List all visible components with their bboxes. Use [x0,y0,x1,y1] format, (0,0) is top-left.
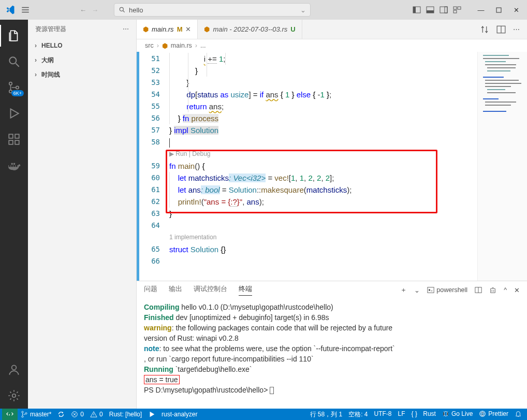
nav-back-icon[interactable]: ← [80,6,86,14]
sidebar-section-outline[interactable]: ›大纲 [28,53,136,67]
sidebar-section-hello[interactable]: ›HELLO [28,38,136,53]
status-warnings[interactable]: 0 [87,409,106,420]
activity-accounts-icon[interactable] [0,357,28,383]
terminal-shell-label[interactable]: powershell [427,286,467,294]
activity-search-icon[interactable] [0,49,28,75]
terminal-maximize-icon[interactable]: ^ [504,286,507,294]
svg-point-43 [22,416,23,417]
sidebar-title: 资源管理器 ⋯ [28,20,136,38]
search-icon [119,6,126,13]
terminal-close-icon[interactable]: ✕ [514,286,520,294]
terminal-split-icon[interactable] [475,286,482,294]
chevron-down-icon[interactable]: ⌄ [300,6,306,14]
status-bar: master* 0 0 Rust: [hello] rust-analyzer … [0,409,527,420]
svg-rect-23 [483,55,509,56]
code-editor[interactable]: 515253 545556 5758 . 596061 626364 . 656… [137,52,527,281]
terminal-body[interactable]: Compiling hello v0.1.0 (D:\mysetup\gopat… [137,299,527,409]
nav-arrows: ← → [80,6,98,14]
panel-tab-terminal[interactable]: 终端 [239,285,252,296]
highlight-ans-true: ans = true [144,375,180,384]
panel-tab-debug-console[interactable]: 调试控制台 [194,285,227,295]
svg-rect-24 [483,58,519,59]
terminal-new-icon[interactable]: ＋ [400,286,407,295]
activity-run-debug-icon[interactable] [0,100,28,126]
status-eol[interactable]: LF [395,410,408,417]
split-editor-icon[interactable] [496,25,506,34]
nav-forward-icon[interactable]: → [92,6,98,14]
status-notifications-icon[interactable] [511,410,525,417]
svg-rect-2 [413,7,416,13]
status-go-live[interactable]: Go Live [439,410,476,417]
vscode-logo-icon [3,3,18,17]
svg-rect-15 [9,134,13,138]
svg-rect-37 [485,105,511,106]
minimize-button[interactable]: — [473,2,489,18]
status-errors[interactable]: 0 [68,409,87,420]
status-encoding[interactable]: UTF-8 [371,410,395,417]
svg-point-11 [9,57,16,64]
svg-point-42 [22,411,23,413]
status-remote-icon[interactable] [2,409,18,420]
panel-tab-output[interactable]: 输出 [169,285,182,295]
svg-rect-18 [15,134,19,138]
activity-extensions-icon[interactable] [0,126,28,152]
status-rust-project[interactable]: Rust: [hello] [106,409,145,420]
status-cursor-position[interactable]: 行 58，列 1 [307,410,346,419]
terminal-dropdown-icon[interactable]: ⌄ [414,286,420,294]
svg-rect-29 [483,77,504,78]
titlebar: ← → hello ⌄ — ✕ [0,0,527,20]
svg-point-12 [9,82,12,85]
status

-analyzer[interactable]: rust-analyzer [158,409,200,420]
tab-actions: ⋯ [480,20,527,39]
status-run-icon[interactable] [145,409,158,420]
svg-point-14 [16,86,19,89]
layout-sidebar-right-icon[interactable] [438,4,449,16]
status-language[interactable]: { } Rust [408,410,439,417]
window-controls: — ✕ [473,2,524,18]
terminal-kill-icon[interactable] [489,286,496,294]
code-area[interactable]: i += 1; } } dp[status as usize] = if ans… [169,52,477,281]
panel-tab-problems[interactable]: 问题 [144,285,157,295]
minimap[interactable] [477,52,527,281]
activity-source-control-icon[interactable]: 6K+ [0,75,28,100]
layout-sidebar-left-icon[interactable] [411,4,422,16]
svg-rect-5 [440,7,447,13]
svg-rect-4 [427,10,434,13]
line-gutter: 515253 545556 5758 . 596061 626364 . 656… [137,52,169,281]
codelens-run-debug[interactable]: ▶ Run | Debug [169,150,211,157]
window-close-button[interactable]: ✕ [508,2,524,18]
tab-close-icon[interactable]: ✕ [185,25,191,33]
svg-rect-6 [445,7,447,13]
sidebar-more-icon[interactable]: ⋯ [123,25,129,33]
status-branch[interactable]: master* [18,409,54,420]
panel-tabs: 问题 输出 调试控制台 终端 ＋ ⌄ powershell ^ ✕ [137,281,527,299]
svg-rect-36 [485,102,516,103]
tab-more-icon[interactable]: ⋯ [513,25,520,33]
svg-rect-9 [453,10,457,13]
maximize-button[interactable] [491,2,506,18]
layout-panel-icon[interactable] [424,4,436,16]
tab-main-rs[interactable]: ⬢ main.rs M ✕ [137,20,198,39]
editor-tabs: ⬢ main.rs M ✕ ⬢ main - 2022-07-03--03.rs… [137,20,527,39]
status-sync-icon[interactable] [54,409,68,420]
status-prettier[interactable]: Prettier [476,410,511,417]
svg-rect-38 [483,111,506,112]
rust-file-icon: ⬢ [143,25,149,33]
sidebar-section-timeline[interactable]: ›时间线 [28,67,136,82]
activity-settings-icon[interactable] [0,383,28,409]
layout-customize-icon[interactable] [451,4,463,16]
rust-file-icon: ⬢ [204,25,210,33]
compare-changes-icon[interactable] [480,25,489,34]
svg-rect-35 [483,98,499,99]
command-center[interactable]: hello ⌄ [114,3,311,17]
activity-docker-icon[interactable] [0,152,28,178]
svg-point-19 [12,365,17,370]
breadcrumb[interactable]: src › ⬢ main.rs › ... [137,39,527,52]
app-menu-button[interactable] [18,2,33,18]
status-indentation[interactable]: 空格: 4 [345,410,371,419]
codelens-implementations[interactable]: 1 implementation [169,234,216,241]
svg-rect-27 [487,67,516,68]
svg-rect-26 [485,64,516,65]
tab-main-backup-rs[interactable]: ⬢ main - 2022-07-03--03.rs U [198,20,302,39]
activity-explorer-icon[interactable] [0,23,28,49]
